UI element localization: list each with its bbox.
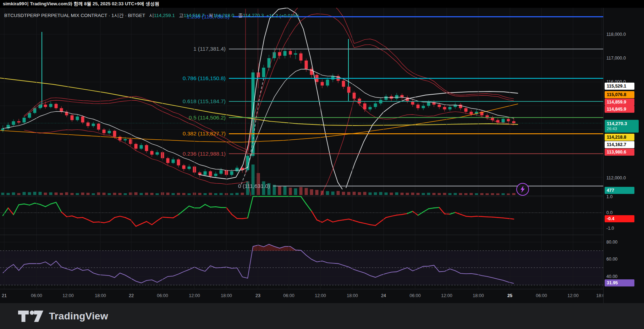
- price-badge: 115,529.1: [605, 83, 634, 90]
- close-value: 114,270.3: [243, 13, 264, 18]
- price-badge: 31.95: [605, 279, 634, 286]
- price-badge: -0.4: [605, 215, 634, 222]
- symbol-title[interactable]: BTCUSDTPERP PERPETUAL MIX CONTRACT · 1시간…: [4, 12, 145, 19]
- price-axis-label: 1.0: [606, 194, 612, 200]
- fib-level-label: 0.236 (112,988.1): [183, 151, 226, 157]
- time-axis-label: 18:00: [221, 293, 232, 298]
- price-axis-label: -1.0: [606, 225, 614, 231]
- fib-level-label: 0.5 (114,506.2): [189, 115, 226, 121]
- time-axis[interactable]: 2106:0012:0018:002206:0012:0018:002306:0…: [0, 291, 603, 301]
- low-label: 저: [208, 13, 213, 18]
- time-axis-label: 18:00: [473, 293, 484, 298]
- close-label: 종: [238, 13, 243, 18]
- fib-level-label: 0.786 (116,150.8): [183, 75, 226, 81]
- time-axis-label: 22: [129, 293, 134, 298]
- time-axis-label: 25: [507, 293, 512, 298]
- fib-level-label: 0.618 (115,184.7): [183, 98, 226, 104]
- price-axis-label: 118,000.0: [606, 32, 626, 37]
- time-axis-label: 18:00: [596, 293, 603, 298]
- high-value: 114,516.7: [183, 13, 204, 18]
- fib-level-label: 0.382 (113,827.7): [183, 130, 226, 136]
- price-badge: 115,076.8: [605, 91, 634, 98]
- time-axis-label: 12:00: [189, 293, 200, 298]
- open-value: 114,259.1: [154, 13, 175, 18]
- time-axis-label: 12:00: [315, 293, 326, 298]
- price-badge: 114,859.9: [605, 99, 634, 106]
- time-axis-label: 06:00: [536, 293, 547, 298]
- symbol-info-bar[interactable]: BTCUSDTPERP PERPETUAL MIX CONTRACT · 1시간…: [4, 12, 299, 19]
- time-axis-label: 06:00: [31, 293, 42, 298]
- current-price-value: 114,270.3: [607, 121, 637, 126]
- attribution-bar: simkira99이 TradingView.com와 함께 8월 25, 20…: [0, 0, 644, 8]
- time-axis-label: 23: [255, 293, 260, 298]
- open-label: 시: [149, 13, 154, 18]
- time-axis-label: 21: [2, 293, 7, 298]
- time-axis-label: 12:00: [567, 293, 578, 298]
- tradingview-logo-icon: [18, 310, 44, 322]
- price-axis-label: 112,000.0: [606, 175, 626, 181]
- fib-level-label: 1 (117,381.4): [193, 46, 226, 52]
- time-axis-label: 12:00: [62, 293, 73, 298]
- time-axis-label: 06:00: [283, 293, 294, 298]
- current-price-badge: 114,270.326:43: [605, 120, 639, 133]
- tradingview-logo-text: TradingView: [49, 311, 108, 322]
- bar-countdown: 26:43: [607, 126, 637, 132]
- price-axis[interactable]: 118,000.0117,000.0116,000.0112,000.01.00…: [603, 8, 644, 303]
- price-axis-label: 40.00: [606, 274, 617, 279]
- time-axis-label: 18:00: [347, 293, 358, 298]
- change-value: +11.2 (+0.01%): [266, 13, 299, 18]
- fib-level-label: 0 (111,631.0): [238, 183, 270, 189]
- chart-area[interactable]: 1.236 (118,738.5)1 (117,381.4)0.786 (116…: [0, 8, 644, 303]
- price-axis-label: 80.00: [606, 239, 617, 245]
- price-axis-label: 60.00: [606, 256, 617, 262]
- main-chart-svg[interactable]: 1.236 (118,738.5)1 (117,381.4)0.786 (116…: [0, 8, 603, 303]
- time-axis-label: 12:00: [441, 293, 452, 298]
- tradingview-chart-snapshot: simkira99이 TradingView.com와 함께 8월 25, 20…: [0, 0, 644, 329]
- low-value: 114,218.0: [213, 13, 234, 18]
- time-axis-label: 06:00: [409, 293, 420, 298]
- price-badge: 113,980.6: [605, 149, 634, 156]
- attribution-text: simkira99이 TradingView.com와 함께 8월 25, 20…: [3, 1, 159, 6]
- time-axis-label: 24: [381, 293, 386, 298]
- price-badge: 114,162.7: [605, 141, 634, 148]
- time-axis-label: 06:00: [157, 293, 168, 298]
- bottom-bar: TradingView: [0, 303, 644, 329]
- lightning-icon: [520, 186, 525, 193]
- price-axis-label: 0.0: [606, 210, 612, 216]
- price-badge: 477: [605, 187, 634, 194]
- price-badge: 114,845.9: [605, 106, 634, 113]
- price-badge: 114,218.8: [605, 134, 634, 141]
- time-axis-label: 18:00: [95, 293, 106, 298]
- high-label: 고: [179, 13, 184, 18]
- price-axis-label: 117,000.0: [606, 55, 626, 61]
- lightning-button[interactable]: [516, 183, 529, 196]
